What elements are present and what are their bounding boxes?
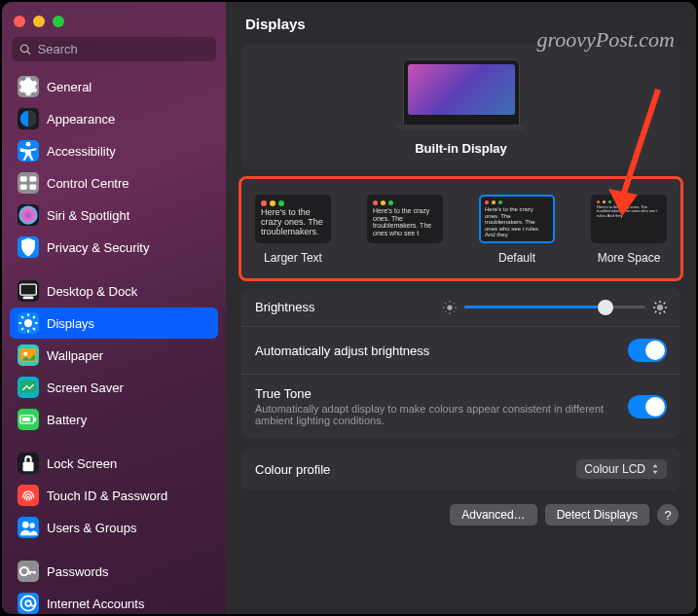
sidebar-item-label: Battery <box>47 413 87 427</box>
sidebar-item-wallpaper[interactable]: Wallpaper <box>10 340 218 371</box>
slider-track[interactable] <box>464 306 645 308</box>
sun-bright-icon <box>653 301 667 314</box>
truetone-toggle[interactable] <box>628 395 667 418</box>
svg-point-6 <box>18 205 37 224</box>
controlcentre-icon <box>18 172 39 194</box>
key-icon <box>18 561 39 582</box>
close-button[interactable] <box>14 16 25 27</box>
resolution-option[interactable]: Here's to the crazy ones. The troublemak… <box>255 195 331 265</box>
sidebar-item-label: Users & Groups <box>47 521 136 535</box>
detect-displays-button[interactable]: Detect Displays <box>545 504 649 525</box>
updown-icon <box>651 464 659 474</box>
svg-point-25 <box>22 522 29 528</box>
brightness-label: Brightness <box>255 300 443 314</box>
sidebar-item-label: Touch ID & Password <box>47 489 167 503</box>
svg-line-53 <box>655 310 657 312</box>
accessibility-icon <box>18 140 39 162</box>
colour-profile-card: Colour profile Colour LCD <box>241 448 680 490</box>
sidebar-item-users-groups[interactable]: Users & Groups <box>10 512 218 543</box>
window-controls <box>2 10 226 37</box>
sidebar-item-control-centre[interactable]: Control Centre <box>10 167 218 199</box>
search-field[interactable] <box>12 37 216 61</box>
at-icon <box>18 593 39 614</box>
slider-knob[interactable] <box>598 300 613 315</box>
resolution-card: Here's to the crazy ones. The troublemak… <box>241 179 680 278</box>
resolution-thumb: Here's to the crazy ones. The troublemak… <box>367 195 443 243</box>
svg-rect-2 <box>20 176 27 182</box>
svg-rect-22 <box>34 417 36 421</box>
svg-rect-8 <box>23 297 34 300</box>
titlebar: Displays <box>226 2 696 40</box>
system-settings-window: GeneralAppearanceAccessibilityControl Ce… <box>2 2 696 614</box>
users-icon <box>18 517 39 538</box>
svg-line-52 <box>664 310 666 312</box>
resolution-option[interactable]: Here's to the crazy ones. The troublemak… <box>367 195 443 265</box>
brightness-row: Brightness <box>241 288 680 326</box>
svg-rect-5 <box>29 184 36 190</box>
svg-point-19 <box>23 352 27 356</box>
zoom-button[interactable] <box>53 16 64 27</box>
help-button[interactable]: ? <box>657 504 679 525</box>
auto-brightness-toggle[interactable] <box>628 339 667 362</box>
svg-point-28 <box>20 596 35 610</box>
sidebar-item-internet-accounts[interactable]: Internet Accounts <box>10 588 218 614</box>
truetone-label-group: True Tone Automatically adapt display to… <box>255 386 628 426</box>
sidebar-item-label: Siri & Spotlight <box>47 208 129 223</box>
truetone-label: True Tone <box>255 386 628 401</box>
sidebar-item-desktop-dock[interactable]: Desktop & Dock <box>10 275 218 307</box>
resolution-thumb: Here's to the crazy ones. The troublemak… <box>479 195 555 243</box>
svg-point-1 <box>26 142 31 147</box>
sidebar-item-label: Displays <box>47 316 94 331</box>
svg-rect-7 <box>20 284 37 295</box>
svg-rect-4 <box>20 184 27 190</box>
sidebar-item-privacy-security[interactable]: Privacy & Security <box>10 232 218 263</box>
sidebar-item-battery[interactable]: Battery <box>10 404 218 435</box>
gear-icon <box>18 76 39 97</box>
svg-line-15 <box>33 328 35 330</box>
sidebar-item-displays[interactable]: Displays <box>10 308 218 339</box>
main-panel: Displays Built-in Display Here's to the … <box>226 2 696 614</box>
svg-line-16 <box>21 328 23 330</box>
svg-point-9 <box>24 319 32 327</box>
sidebar-item-lock-screen[interactable]: Lock Screen <box>10 448 218 479</box>
fingerprint-icon <box>18 485 39 506</box>
display-settings-card: Brightness Automatically adjust brightne… <box>241 288 680 438</box>
dock-icon <box>18 280 39 302</box>
sidebar-item-passwords[interactable]: Passwords <box>10 556 218 587</box>
footer: Advanced… Detect Displays ? <box>241 500 680 529</box>
sidebar-item-siri-spotlight[interactable]: Siri & Spotlight <box>10 199 218 231</box>
svg-rect-3 <box>29 176 36 182</box>
sidebar-item-label: Control Centre <box>47 176 129 191</box>
sidebar-item-general[interactable]: General <box>10 71 218 102</box>
svg-line-14 <box>21 316 23 318</box>
truetone-row: True Tone Automatically adapt display to… <box>241 374 680 438</box>
colour-profile-popup[interactable]: Colour LCD <box>576 459 667 479</box>
sidebar-list: GeneralAppearanceAccessibilityControl Ce… <box>2 71 226 614</box>
resolution-option[interactable]: Here's to the crazy ones. The troublemak… <box>591 195 667 265</box>
svg-line-54 <box>664 302 666 304</box>
sidebar: GeneralAppearanceAccessibilityControl Ce… <box>2 2 226 614</box>
advanced-button[interactable]: Advanced… <box>450 504 536 525</box>
laptop-image <box>403 59 520 127</box>
brightness-slider[interactable] <box>443 301 667 314</box>
sidebar-item-screen-saver[interactable]: Screen Saver <box>10 372 218 403</box>
auto-brightness-label: Automatically adjust brightness <box>255 344 628 358</box>
svg-line-43 <box>454 310 455 311</box>
appearance-icon <box>18 108 39 129</box>
svg-point-37 <box>447 305 452 309</box>
sidebar-item-label: General <box>47 80 92 94</box>
minimize-button[interactable] <box>33 16 45 27</box>
battery-icon <box>18 409 39 430</box>
resolution-option[interactable]: Here's to the crazy ones. The troublemak… <box>479 195 555 265</box>
resolution-row: Here's to the crazy ones. The troublemak… <box>255 195 667 265</box>
svg-point-26 <box>29 523 35 528</box>
search-input[interactable] <box>38 42 208 56</box>
sidebar-item-label: Internet Accounts <box>47 597 144 611</box>
svg-point-27 <box>20 567 28 575</box>
svg-rect-23 <box>22 417 30 421</box>
sidebar-item-touch-id-password[interactable]: Touch ID & Password <box>10 480 218 511</box>
device-card: Built-in Display <box>241 44 680 169</box>
sidebar-item-label: Screen Saver <box>47 380 124 395</box>
sidebar-item-appearance[interactable]: Appearance <box>10 103 218 134</box>
sidebar-item-accessibility[interactable]: Accessibility <box>10 135 218 166</box>
